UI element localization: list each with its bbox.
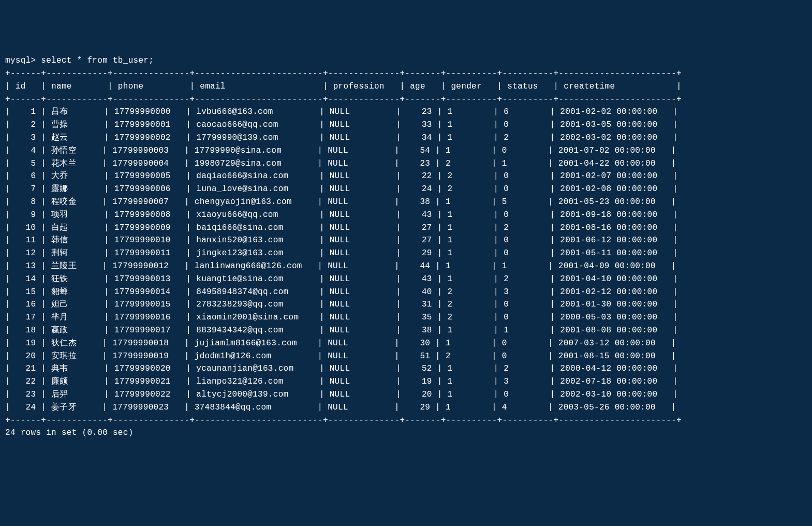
separator: +------+------------+---------------+---…: [5, 67, 807, 80]
data-row: | 19 | 狄仁杰 | 17799990018 | jujiamlm8166@…: [5, 337, 807, 350]
data-row: | 14 | 狂铁 | 17799990013 | kuangtie@sina.…: [5, 273, 807, 286]
data-row: | 15 | 貂蝉 | 17799990014 | 84958948374@qq…: [5, 286, 807, 299]
data-row: | 23 | 后羿 | 17799990022 | altycj2000@139…: [5, 388, 807, 401]
data-row: | 8 | 程咬金 | 17799990007 | chengyaojin@16…: [5, 196, 807, 209]
data-row: | 24 | 姜子牙 | 17799990023 | 37483844@qq.c…: [5, 401, 807, 414]
footer-line: 24 rows in set (0.00 sec): [5, 427, 807, 440]
data-row: | 9 | 项羽 | 17799990008 | xiaoyu666@qq.co…: [5, 209, 807, 222]
data-row: | 1 | 吕布 | 17799990000 | lvbu666@163.com…: [5, 106, 807, 119]
data-row: | 6 | 大乔 | 17799990005 | daqiao666@sina.…: [5, 170, 807, 183]
header-row: | id | name | phone | email | profession…: [5, 80, 807, 93]
data-row: | 16 | 妲己 | 17799990015 | 2783238293@qq.…: [5, 298, 807, 311]
data-row: | 4 | 孙悟空 | 17799990003 | 17799990@sina.…: [5, 144, 807, 157]
separator: +------+------------+---------------+---…: [5, 93, 807, 106]
data-row: | 2 | 曹操 | 17799990001 | caocao666@qq.co…: [5, 119, 807, 132]
data-row: | 12 | 荆轲 | 17799990011 | jingke123@163.…: [5, 247, 807, 260]
data-row: | 11 | 韩信 | 17799990010 | hanxin520@163.…: [5, 234, 807, 247]
data-row: | 5 | 花木兰 | 17799990004 | 19980729@sina.…: [5, 157, 807, 170]
data-row: | 10 | 白起 | 17799990009 | baiqi666@sina.…: [5, 222, 807, 235]
data-row: | 22 | 廉颇 | 17799990021 | lianpo321@126.…: [5, 375, 807, 388]
data-row: | 13 | 兰陵王 | 17799990012 | lanlinwang666…: [5, 260, 807, 273]
separator: +------+------------+---------------+---…: [5, 414, 807, 427]
data-row: | 7 | 露娜 | 17799990006 | luna_love@sina.…: [5, 183, 807, 196]
data-row: | 20 | 安琪拉 | 17799990019 | jdodm1h@126.c…: [5, 350, 807, 363]
query-line: mysql> select * from tb_user;: [5, 54, 807, 67]
mysql-terminal-output: mysql> select * from tb_user;+------+---…: [5, 54, 807, 440]
data-row: | 18 | 嬴政 | 17799990017 | 8839434342@qq.…: [5, 324, 807, 337]
data-row: | 21 | 典韦 | 17799990020 | ycaunanjian@16…: [5, 362, 807, 375]
data-row: | 17 | 芈月 | 17799990016 | xiaomin2001@si…: [5, 311, 807, 324]
data-row: | 3 | 赵云 | 17799990002 | 17799990@139.co…: [5, 132, 807, 144]
